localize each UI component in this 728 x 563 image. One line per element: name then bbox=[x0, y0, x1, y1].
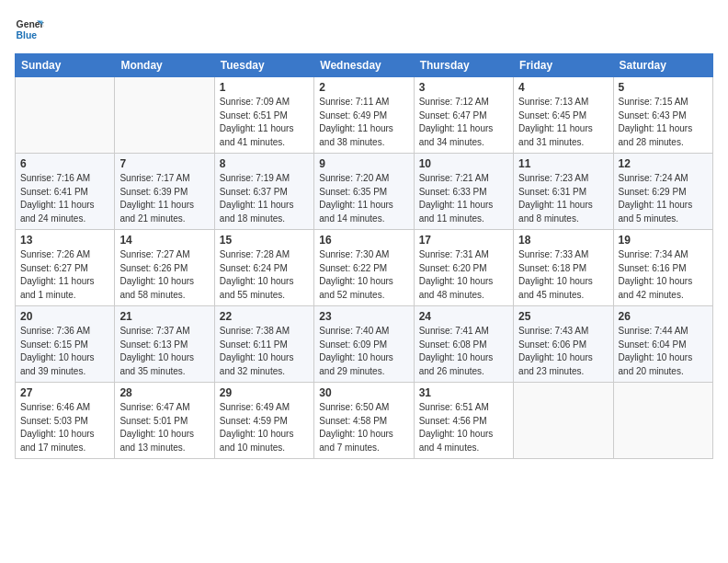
calendar-cell: 16Sunrise: 7:30 AM Sunset: 6:22 PM Dayli… bbox=[314, 230, 414, 306]
day-number: 30 bbox=[319, 386, 408, 399]
day-info: Sunrise: 7:16 AM Sunset: 6:41 PM Dayligh… bbox=[20, 172, 109, 225]
day-number: 4 bbox=[518, 81, 608, 94]
day-info: Sunrise: 7:21 AM Sunset: 6:33 PM Dayligh… bbox=[419, 172, 508, 225]
calendar-cell: 22Sunrise: 7:38 AM Sunset: 6:11 PM Dayli… bbox=[214, 306, 313, 383]
day-number: 9 bbox=[319, 157, 408, 170]
calendar-cell: 9Sunrise: 7:20 AM Sunset: 6:35 PM Daylig… bbox=[314, 154, 414, 230]
day-info: Sunrise: 7:33 AM Sunset: 6:18 PM Dayligh… bbox=[518, 248, 608, 302]
calendar-cell: 26Sunrise: 7:44 AM Sunset: 6:04 PM Dayli… bbox=[613, 306, 712, 383]
weekday-header: Saturday bbox=[613, 54, 712, 77]
day-info: Sunrise: 6:47 AM Sunset: 5:01 PM Dayligh… bbox=[119, 401, 209, 454]
day-number: 3 bbox=[419, 81, 508, 94]
day-number: 11 bbox=[518, 157, 608, 170]
day-number: 10 bbox=[419, 157, 508, 170]
calendar-cell bbox=[16, 77, 115, 154]
day-number: 31 bbox=[419, 386, 508, 399]
day-number: 7 bbox=[119, 157, 209, 170]
day-info: Sunrise: 7:15 AM Sunset: 6:43 PM Dayligh… bbox=[619, 96, 708, 149]
day-info: Sunrise: 6:51 AM Sunset: 4:56 PM Dayligh… bbox=[419, 401, 508, 454]
day-number: 25 bbox=[518, 310, 608, 323]
calendar-cell: 13Sunrise: 7:26 AM Sunset: 6:27 PM Dayli… bbox=[16, 230, 115, 306]
day-info: Sunrise: 7:38 AM Sunset: 6:11 PM Dayligh… bbox=[220, 325, 309, 378]
svg-text:Blue: Blue bbox=[17, 30, 38, 40]
calendar-cell: 4Sunrise: 7:13 AM Sunset: 6:45 PM Daylig… bbox=[514, 77, 613, 154]
day-number: 27 bbox=[20, 386, 109, 399]
day-info: Sunrise: 7:23 AM Sunset: 6:31 PM Dayligh… bbox=[518, 172, 608, 225]
calendar-cell: 10Sunrise: 7:21 AM Sunset: 6:33 PM Dayli… bbox=[414, 154, 513, 230]
calendar-cell: 8Sunrise: 7:19 AM Sunset: 6:37 PM Daylig… bbox=[214, 154, 313, 230]
day-info: Sunrise: 7:44 AM Sunset: 6:04 PM Dayligh… bbox=[619, 325, 708, 378]
day-number: 26 bbox=[619, 310, 708, 323]
header: General Blue bbox=[15, 15, 713, 44]
day-number: 29 bbox=[220, 386, 309, 399]
week-row: 20Sunrise: 7:36 AM Sunset: 6:15 PM Dayli… bbox=[16, 306, 713, 383]
calendar-cell: 15Sunrise: 7:28 AM Sunset: 6:24 PM Dayli… bbox=[214, 230, 313, 306]
calendar-cell: 31Sunrise: 6:51 AM Sunset: 4:56 PM Dayli… bbox=[414, 383, 513, 459]
logo-icon: General Blue bbox=[15, 15, 44, 44]
day-number: 8 bbox=[220, 157, 309, 170]
day-number: 18 bbox=[518, 234, 608, 247]
calendar-cell: 7Sunrise: 7:17 AM Sunset: 6:39 PM Daylig… bbox=[115, 154, 214, 230]
day-number: 19 bbox=[619, 234, 708, 247]
calendar-cell bbox=[514, 383, 613, 459]
day-info: Sunrise: 7:24 AM Sunset: 6:29 PM Dayligh… bbox=[619, 172, 708, 225]
weekday-header-row: SundayMondayTuesdayWednesdayThursdayFrid… bbox=[16, 54, 713, 77]
day-number: 17 bbox=[419, 234, 508, 247]
day-info: Sunrise: 6:46 AM Sunset: 5:03 PM Dayligh… bbox=[20, 401, 109, 454]
day-number: 15 bbox=[220, 234, 309, 247]
week-row: 6Sunrise: 7:16 AM Sunset: 6:41 PM Daylig… bbox=[16, 154, 713, 230]
day-number: 22 bbox=[220, 310, 309, 323]
day-info: Sunrise: 7:37 AM Sunset: 6:13 PM Dayligh… bbox=[119, 325, 209, 378]
day-info: Sunrise: 7:19 AM Sunset: 6:37 PM Dayligh… bbox=[220, 172, 309, 225]
calendar-cell: 6Sunrise: 7:16 AM Sunset: 6:41 PM Daylig… bbox=[16, 154, 115, 230]
weekday-header: Monday bbox=[115, 54, 214, 77]
calendar-cell: 21Sunrise: 7:37 AM Sunset: 6:13 PM Dayli… bbox=[115, 306, 214, 383]
day-info: Sunrise: 7:27 AM Sunset: 6:26 PM Dayligh… bbox=[119, 248, 209, 302]
calendar-cell: 1Sunrise: 7:09 AM Sunset: 6:51 PM Daylig… bbox=[214, 77, 313, 154]
calendar-cell: 3Sunrise: 7:12 AM Sunset: 6:47 PM Daylig… bbox=[414, 77, 513, 154]
day-number: 20 bbox=[20, 310, 109, 323]
day-info: Sunrise: 7:43 AM Sunset: 6:06 PM Dayligh… bbox=[518, 325, 608, 378]
day-number: 5 bbox=[619, 81, 708, 94]
calendar-cell: 19Sunrise: 7:34 AM Sunset: 6:16 PM Dayli… bbox=[613, 230, 712, 306]
weekday-header: Sunday bbox=[16, 54, 115, 77]
calendar-cell: 12Sunrise: 7:24 AM Sunset: 6:29 PM Dayli… bbox=[613, 154, 712, 230]
day-info: Sunrise: 7:12 AM Sunset: 6:47 PM Dayligh… bbox=[419, 96, 508, 149]
logo: General Blue bbox=[15, 15, 44, 44]
calendar-cell: 24Sunrise: 7:41 AM Sunset: 6:08 PM Dayli… bbox=[414, 306, 513, 383]
day-number: 23 bbox=[319, 310, 408, 323]
day-info: Sunrise: 7:13 AM Sunset: 6:45 PM Dayligh… bbox=[518, 96, 608, 149]
calendar-cell: 5Sunrise: 7:15 AM Sunset: 6:43 PM Daylig… bbox=[613, 77, 712, 154]
day-info: Sunrise: 7:09 AM Sunset: 6:51 PM Dayligh… bbox=[220, 96, 309, 149]
calendar-cell: 14Sunrise: 7:27 AM Sunset: 6:26 PM Dayli… bbox=[115, 230, 214, 306]
day-info: Sunrise: 7:41 AM Sunset: 6:08 PM Dayligh… bbox=[419, 325, 508, 378]
day-number: 1 bbox=[220, 81, 309, 94]
calendar-cell bbox=[613, 383, 712, 459]
day-number: 14 bbox=[119, 234, 209, 247]
day-info: Sunrise: 7:34 AM Sunset: 6:16 PM Dayligh… bbox=[619, 248, 708, 302]
day-number: 6 bbox=[20, 157, 109, 170]
calendar-cell: 29Sunrise: 6:49 AM Sunset: 4:59 PM Dayli… bbox=[214, 383, 313, 459]
day-info: Sunrise: 7:30 AM Sunset: 6:22 PM Dayligh… bbox=[319, 248, 408, 302]
day-info: Sunrise: 6:49 AM Sunset: 4:59 PM Dayligh… bbox=[220, 401, 309, 454]
weekday-header: Tuesday bbox=[214, 54, 313, 77]
calendar-cell: 28Sunrise: 6:47 AM Sunset: 5:01 PM Dayli… bbox=[115, 383, 214, 459]
calendar: SundayMondayTuesdayWednesdayThursdayFrid… bbox=[15, 53, 713, 459]
day-info: Sunrise: 7:40 AM Sunset: 6:09 PM Dayligh… bbox=[319, 325, 408, 378]
calendar-cell: 2Sunrise: 7:11 AM Sunset: 6:49 PM Daylig… bbox=[314, 77, 414, 154]
calendar-cell: 17Sunrise: 7:31 AM Sunset: 6:20 PM Dayli… bbox=[414, 230, 513, 306]
day-info: Sunrise: 6:50 AM Sunset: 4:58 PM Dayligh… bbox=[319, 401, 408, 454]
day-number: 28 bbox=[119, 386, 209, 399]
calendar-cell: 30Sunrise: 6:50 AM Sunset: 4:58 PM Dayli… bbox=[314, 383, 414, 459]
week-row: 27Sunrise: 6:46 AM Sunset: 5:03 PM Dayli… bbox=[16, 383, 713, 459]
weekday-header: Friday bbox=[514, 54, 613, 77]
day-info: Sunrise: 7:17 AM Sunset: 6:39 PM Dayligh… bbox=[119, 172, 209, 225]
calendar-cell: 23Sunrise: 7:40 AM Sunset: 6:09 PM Dayli… bbox=[314, 306, 414, 383]
weekday-header: Wednesday bbox=[314, 54, 414, 77]
day-number: 2 bbox=[319, 81, 408, 94]
day-info: Sunrise: 7:31 AM Sunset: 6:20 PM Dayligh… bbox=[419, 248, 508, 302]
calendar-cell: 27Sunrise: 6:46 AM Sunset: 5:03 PM Dayli… bbox=[16, 383, 115, 459]
week-row: 1Sunrise: 7:09 AM Sunset: 6:51 PM Daylig… bbox=[16, 77, 713, 154]
day-info: Sunrise: 7:20 AM Sunset: 6:35 PM Dayligh… bbox=[319, 172, 408, 225]
day-info: Sunrise: 7:28 AM Sunset: 6:24 PM Dayligh… bbox=[220, 248, 309, 302]
